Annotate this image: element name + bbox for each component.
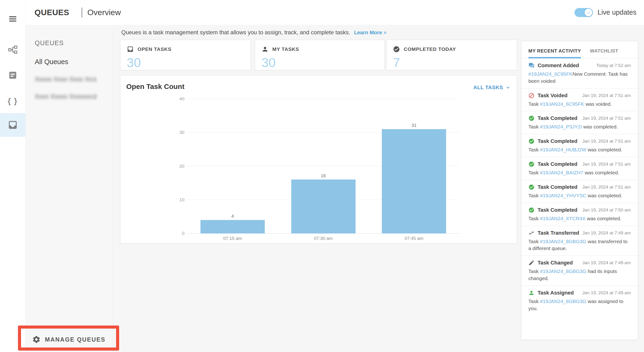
task-link[interactable]: #19JAN24_8GBG3G	[540, 268, 586, 274]
activity-body: #19JAN24_6C95FKNew Comment: Task has bee…	[528, 71, 631, 85]
y-axis-tick: 20	[174, 164, 184, 169]
chart-xrow: 07:15 am07:30 am07:45 am	[187, 236, 459, 241]
intro-text: Queues is a task management system that …	[121, 29, 350, 36]
open-tasks-card: OPEN TASKS 30	[120, 40, 251, 70]
y-axis-tick: 10	[174, 197, 184, 202]
activity-title: Task Completed	[538, 207, 577, 213]
activity-item[interactable]: Task Completed Jan 19, 2024 at 7:51 am T…	[521, 157, 638, 180]
activity-title: Task Voided	[538, 93, 568, 99]
task-link[interactable]: #19JAN24_8GBG3G	[540, 298, 586, 304]
activity-item[interactable]: Task Transferred Jan 19, 2024 at 7:49 am…	[521, 226, 638, 256]
my-tasks-value: 30	[255, 53, 384, 70]
sidebar-item-all-queues[interactable]: All Queues	[26, 58, 112, 66]
intro-row: Queues is a task management system that …	[121, 29, 386, 36]
activity-timestamp: Jan 19, 2024 at 7:51 am	[582, 162, 631, 167]
tab-my-recent-activity[interactable]: MY RECENT ACTIVITY	[528, 41, 581, 59]
person-icon	[528, 290, 534, 296]
pencil-icon	[528, 260, 534, 266]
inbox-icon[interactable]	[0, 113, 25, 137]
queue-label-redacted: Xxxxx Xxxx Xxxx Xxx	[35, 76, 94, 83]
open-tasks-value: 30	[120, 53, 250, 70]
activity-timestamp: Jan 19, 2024 at 7:49 am	[582, 260, 631, 265]
activity-title: Task Changed	[538, 260, 573, 266]
chart-plot: 01020304041631	[187, 99, 459, 233]
bar-value-label: 31	[412, 123, 416, 128]
activity-title: Task Completed	[538, 161, 577, 167]
my-tasks-card: MY TASKS 30	[255, 40, 384, 70]
task-link[interactable]: #19JAN24_6C95FK	[528, 71, 572, 77]
activity-title: Task Completed	[538, 115, 577, 121]
swap-icon	[528, 230, 534, 236]
activity-body-suffix: was voided.	[584, 101, 612, 107]
learn-more-link[interactable]: Learn More	[354, 30, 382, 36]
activity-item[interactable]: Task Completed Jan 19, 2024 at 7:50 am T…	[521, 203, 638, 226]
top-header: QUEUES Overview Live updates	[26, 0, 644, 25]
y-axis-tick: 40	[174, 96, 184, 102]
task-link[interactable]: #19JAN24_BAIZH7	[540, 170, 583, 175]
live-updates-toggle[interactable]	[574, 8, 593, 17]
activity-item[interactable]: Task Assigned Jan 19, 2024 at 7:49 am Ta…	[521, 285, 638, 315]
task-link[interactable]: #19JAN24_YHVYSC	[540, 193, 586, 198]
activity-timestamp: Jan 19, 2024 at 7:49 am	[582, 290, 631, 295]
activity-item[interactable]: Task Completed Jan 19, 2024 at 7:51 am T…	[521, 180, 638, 203]
activity-title: Task Completed	[538, 184, 577, 190]
activity-body: Task #19JAN24_YHVYSC was completed.	[528, 192, 631, 199]
activity-body-suffix: was completed.	[586, 216, 622, 221]
manage-queues-button[interactable]: MANAGE QUEUES	[26, 331, 112, 348]
braces-icon[interactable]: { }	[0, 89, 25, 113]
activity-body: Task #19JAN24_P3JY2I was completed.	[528, 123, 631, 130]
sidebar-heading: QUEUES	[35, 40, 64, 47]
activity-title: Task Completed	[538, 138, 577, 144]
all-queues-label: All Queues	[35, 58, 68, 66]
activity-body-prefix: Task	[528, 147, 540, 152]
activity-body-prefix: Task	[528, 239, 540, 244]
x-axis-tick: 07:45 am	[368, 236, 459, 241]
activity-body-prefix: Task	[528, 216, 540, 221]
task-link[interactable]: #19JAN24_HUBJ2W	[540, 147, 586, 152]
activity-body: Task #19JAN24_BAIZH7 was completed.	[528, 169, 631, 176]
title-divider	[82, 8, 82, 18]
task-link[interactable]: #19JAN24_6C95FK	[540, 101, 584, 107]
queue-count-redacted: 2	[94, 93, 97, 100]
check-circle-icon	[393, 46, 400, 53]
activity-timestamp: Jan 19, 2024 at 7:51 am	[582, 185, 631, 190]
activity-timestamp: Today at 7:52 am	[596, 63, 631, 68]
chevron-down-icon	[506, 85, 511, 90]
all-tasks-dropdown[interactable]: ALL TASKS	[473, 85, 511, 91]
completed-today-card: COMPLETED TODAY 7	[386, 40, 517, 70]
activity-item[interactable]: Task Voided Jan 19, 2024 at 7:51 am Task…	[521, 88, 638, 111]
activity-body: Task #19JAN24_8GBG3G had its inputs chan…	[528, 268, 631, 282]
person-icon	[262, 46, 268, 53]
activity-body-prefix: Task	[528, 193, 540, 198]
activity-title: Comment Added	[538, 63, 579, 69]
main-content: Queues is a task management system that …	[113, 25, 644, 352]
activity-tabs: MY RECENT ACTIVITY WATCHLIST	[521, 41, 638, 59]
activity-item[interactable]: Task Completed Jan 19, 2024 at 7:51 am T…	[521, 134, 638, 157]
gear-icon	[32, 335, 41, 344]
queue-label-redacted: Xxxx Xxxxx Xxxxxxxxx	[35, 93, 94, 100]
document-icon[interactable]	[0, 63, 25, 87]
completed-today-value: 7	[386, 53, 517, 70]
activity-body: Task #19JAN24_8GBG3G was transferred to …	[528, 238, 631, 252]
bar-07:15am	[200, 220, 265, 233]
activity-item[interactable]: Task Changed Jan 19, 2024 at 7:49 am Tas…	[521, 255, 638, 285]
sidebar-item-queue-redacted-1[interactable]: Xxxxx Xxxx Xxxx Xxx 1	[26, 76, 104, 83]
card-label: OPEN TASKS	[138, 46, 172, 52]
hierarchy-icon[interactable]	[0, 38, 25, 62]
manage-queues-label: MANAGE QUEUES	[45, 336, 106, 343]
activity-item[interactable]: Task Completed Jan 19, 2024 at 7:51 am T…	[521, 111, 638, 134]
task-link[interactable]: #19JAN24_P3JY2I	[540, 124, 582, 129]
activity-body: Task #19JAN24_HUBJ2W was completed.	[528, 146, 631, 153]
activity-item[interactable]: Comment Added Today at 7:52 am #19JAN24_…	[521, 59, 638, 88]
menu-icon[interactable]	[0, 7, 25, 31]
sidebar-item-queue-redacted-2[interactable]: Xxxx Xxxxx Xxxxxxxxx 2	[26, 93, 104, 100]
tab-watchlist[interactable]: WATCHLIST	[590, 41, 618, 59]
task-link[interactable]: #19JAN24_8GBG3G	[540, 239, 586, 244]
inbox-icon	[127, 46, 134, 53]
activity-timestamp: Jan 19, 2024 at 7:51 am	[582, 93, 631, 98]
bar-value-label: 16	[321, 173, 326, 178]
queues-sidebar: QUEUES All Queues Xxxxx Xxxx Xxxx Xxx 1 …	[26, 25, 112, 352]
task-link[interactable]: #19JAN24_XTCR4X	[540, 216, 586, 221]
queue-count-redacted: 1	[94, 76, 97, 83]
activity-list: Comment Added Today at 7:52 am #19JAN24_…	[521, 59, 638, 315]
